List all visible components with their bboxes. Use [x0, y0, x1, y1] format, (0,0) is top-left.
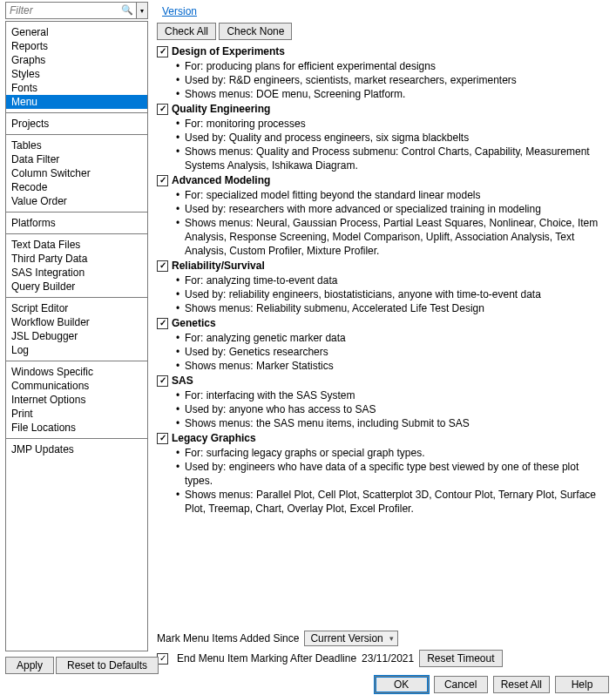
cancel-button[interactable]: Cancel	[434, 676, 488, 693]
apply-button[interactable]: Apply	[5, 657, 54, 674]
sidebar-item-menu[interactable]: Menu	[6, 95, 147, 109]
ok-button[interactable]: OK	[375, 676, 429, 693]
sidebar-item-print[interactable]: Print	[6, 407, 147, 421]
section-checkbox-design-of-experiments[interactable]	[157, 46, 168, 57]
bullet-item: Used by: Quality and process engineers, …	[176, 131, 609, 145]
bullet-item: Used by: anyone who has access to SAS	[176, 402, 609, 416]
sidebar-separator	[6, 297, 147, 298]
section-bullets-reliability-survival: For: analyzing time-to-event dataUsed by…	[176, 273, 609, 315]
sidebar-item-data-filter[interactable]: Data Filter	[6, 152, 147, 166]
bullet-item: Shows menus: Neural, Gaussian Process, P…	[176, 216, 609, 258]
bullet-item: Used by: reliability engineers, biostati…	[176, 287, 609, 301]
version-link[interactable]: Version	[162, 5, 197, 17]
sidebar-item-third-party-data[interactable]: Third Party Data	[6, 252, 147, 266]
sidebar-item-windows-specific[interactable]: Windows Specific	[6, 365, 147, 379]
section-title-quality-engineering: Quality Engineering	[172, 103, 270, 115]
bullet-item: Shows menus: Reliability submenu, Accele…	[176, 301, 609, 315]
section-bullets-sas: For: interfacing with the SAS SystemUsed…	[176, 388, 609, 430]
sidebar-item-text-data-files[interactable]: Text Data Files	[6, 238, 147, 252]
section-title-legacy-graphics: Legacy Graphics	[172, 432, 256, 444]
sidebar-item-styles[interactable]: Styles	[6, 67, 147, 81]
sidebar-item-jsl-debugger[interactable]: JSL Debugger	[6, 329, 147, 343]
sidebar-item-recode[interactable]: Recode	[6, 180, 147, 194]
sidebar-item-workflow-builder[interactable]: Workflow Builder	[6, 315, 147, 329]
section-checkbox-quality-engineering[interactable]	[157, 104, 168, 115]
filter-dropdown-button[interactable]: ▾	[136, 2, 148, 19]
end-marking-label: End Menu Item Marking After Deadline	[177, 652, 356, 665]
sidebar-separator	[6, 438, 147, 439]
check-all-button[interactable]: Check All	[157, 23, 216, 40]
menu-sections: Design of ExperimentsFor: producing plan…	[157, 44, 609, 622]
filter-input[interactable]	[5, 2, 137, 19]
reset-timeout-button[interactable]: Reset Timeout	[419, 650, 502, 667]
sidebar-item-internet-options[interactable]: Internet Options	[6, 393, 147, 407]
sidebar-item-communications[interactable]: Communications	[6, 379, 147, 393]
bullet-item: For: producing plans for efficient exper…	[176, 59, 609, 73]
section-bullets-advanced-modeling: For: specialized model fitting beyond th…	[176, 188, 609, 258]
category-sidebar: GeneralReportsGraphsStylesFontsMenuProje…	[5, 21, 148, 651]
sidebar-item-general[interactable]: General	[6, 25, 147, 39]
bullet-item: Used by: engineers who have data of a sp…	[176, 460, 609, 488]
sidebar-separator	[6, 361, 147, 361]
sidebar-item-column-switcher[interactable]: Column Switcher	[6, 166, 147, 180]
sidebar-item-fonts[interactable]: Fonts	[6, 81, 147, 95]
deadline-date: 23/11/2021	[362, 652, 414, 665]
sidebar-separator	[6, 212, 147, 213]
bullet-item: For: monitoring processes	[176, 117, 609, 131]
section-bullets-legacy-graphics: For: surfacing legacy graphs or special …	[176, 446, 609, 516]
section-title-design-of-experiments: Design of Experiments	[172, 45, 285, 57]
sidebar-item-reports[interactable]: Reports	[6, 39, 147, 53]
bullet-item: For: interfacing with the SAS System	[176, 388, 609, 402]
mark-added-since-select[interactable]: Current Version	[304, 631, 397, 646]
bullet-item: Used by: Genetics researchers	[176, 345, 609, 359]
bullet-item: For: specialized model fitting beyond th…	[176, 188, 609, 202]
bullet-item: Shows menus: the SAS menu items, includi…	[176, 416, 609, 430]
sidebar-item-platforms[interactable]: Platforms	[6, 216, 147, 230]
sidebar-separator	[6, 112, 147, 113]
help-button[interactable]: Help	[555, 676, 609, 693]
sidebar-item-jmp-updates[interactable]: JMP Updates	[6, 442, 147, 456]
bullet-item: Used by: R&D engineers, scientists, mark…	[176, 73, 609, 87]
sidebar-separator	[6, 134, 147, 135]
section-checkbox-genetics[interactable]	[157, 318, 168, 329]
section-title-genetics: Genetics	[172, 317, 216, 329]
bullet-item: For: analyzing time-to-event data	[176, 273, 609, 287]
bullet-item: For: surfacing legacy graphs or special …	[176, 446, 609, 460]
section-checkbox-advanced-modeling[interactable]	[157, 175, 168, 186]
bullet-item: For: analyzing genetic marker data	[176, 331, 609, 345]
section-bullets-genetics: For: analyzing genetic marker dataUsed b…	[176, 331, 609, 373]
section-checkbox-sas[interactable]	[157, 375, 168, 387]
section-title-reliability-survival: Reliability/Survival	[172, 260, 265, 272]
section-checkbox-reliability-survival[interactable]	[157, 260, 168, 272]
sidebar-item-file-locations[interactable]: File Locations	[6, 421, 147, 435]
section-bullets-design-of-experiments: For: producing plans for efficient exper…	[176, 59, 609, 101]
sidebar-item-projects[interactable]: Projects	[6, 117, 147, 131]
section-checkbox-legacy-graphics[interactable]	[157, 433, 168, 444]
section-title-advanced-modeling: Advanced Modeling	[172, 174, 270, 186]
sidebar-item-log[interactable]: Log	[6, 343, 147, 357]
sidebar-item-sas-integration[interactable]: SAS Integration	[6, 266, 147, 280]
sidebar-item-value-order[interactable]: Value Order	[6, 194, 147, 208]
check-none-button[interactable]: Check None	[219, 23, 292, 40]
section-bullets-quality-engineering: For: monitoring processesUsed by: Qualit…	[176, 117, 609, 172]
reset-to-defaults-button[interactable]: Reset to Defaults	[56, 657, 159, 674]
bullet-item: Shows menus: Marker Statistics	[176, 359, 609, 373]
sidebar-item-script-editor[interactable]: Script Editor	[6, 301, 147, 315]
sidebar-separator	[6, 233, 147, 234]
sidebar-item-query-builder[interactable]: Query Builder	[6, 280, 147, 294]
sidebar-item-graphs[interactable]: Graphs	[6, 53, 147, 67]
sidebar-item-tables[interactable]: Tables	[6, 138, 147, 152]
reset-all-button[interactable]: Reset All	[493, 676, 550, 693]
mark-added-since-label: Mark Menu Items Added Since	[157, 632, 299, 644]
bullet-item: Shows menus: Parallel Plot, Cell Plot, S…	[176, 488, 609, 516]
section-title-sas: SAS	[172, 374, 193, 387]
bullet-item: Used by: researchers with more advanced …	[176, 202, 609, 216]
bullet-item: Shows menus: DOE menu, Screening Platfor…	[176, 87, 609, 101]
bullet-item: Shows menus: Quality and Process submenu…	[176, 145, 609, 172]
